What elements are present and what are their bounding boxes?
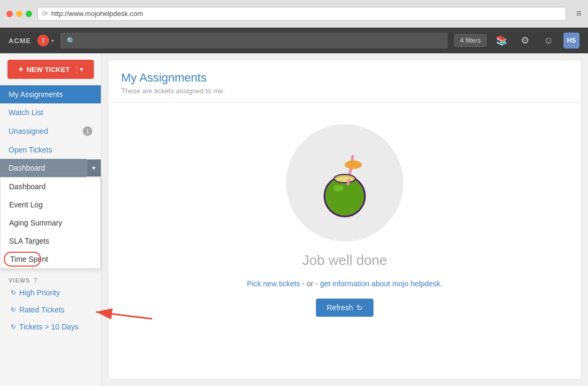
browser-chrome: ⟳ http://www.mojohelpdesk.com ≡ xyxy=(0,0,588,28)
new-ticket-button[interactable]: + NEW TICKET ▾ xyxy=(7,60,94,79)
empty-state-heading: Job well done xyxy=(303,252,387,269)
dashboard-row: Dashboard ▾ xyxy=(0,159,101,177)
views-item-tickets-10-days-label: Tickets > 10 Days xyxy=(19,323,78,331)
content-links: Pick new tickets - or - get information … xyxy=(247,279,443,288)
page-subtitle: These are tickets assigned to me. xyxy=(121,87,568,95)
views-label: VIEWS ? xyxy=(9,276,92,284)
dashboard-chevron-button[interactable]: ▾ xyxy=(86,159,101,176)
svg-point-6 xyxy=(336,176,353,182)
views-item-high-priority[interactable]: ↻ High Priority xyxy=(9,284,92,301)
minimize-dot[interactable] xyxy=(16,11,22,17)
tickets-10-days-icon: ↻ xyxy=(11,323,16,331)
dropdown-item-event-log[interactable]: Event Log xyxy=(1,196,100,214)
coconut-illustration xyxy=(286,124,403,242)
content-area: My Assignments These are tickets assigne… xyxy=(108,60,582,380)
browser-dots xyxy=(6,11,32,17)
refresh-button[interactable]: Refresh ↻ xyxy=(316,299,373,317)
dropdown-item-dashboard[interactable]: Dashboard xyxy=(1,178,100,196)
dropdown-item-sla-targets[interactable]: SLA Targets xyxy=(1,232,100,250)
high-priority-icon: ↻ xyxy=(11,289,16,296)
browser-menu-icon[interactable]: ≡ xyxy=(576,8,582,19)
dropdown-item-aging-summary[interactable]: Aging Summary xyxy=(1,214,100,232)
plus-icon: + xyxy=(18,65,23,74)
sidebar-item-unassigned-label: Unassigned xyxy=(9,127,48,135)
url-text: http://www.mojohelpdesk.com xyxy=(51,10,143,18)
sidebar-item-unassigned[interactable]: Unassigned 1 xyxy=(0,122,101,141)
sidebar: + NEW TICKET ▾ My Assignments Watch List… xyxy=(0,53,101,386)
views-item-rated-tickets-label: Rated Tickets xyxy=(19,305,65,314)
views-section: VIEWS ? ↻ High Priority ↻ Rated Tickets … xyxy=(0,269,101,337)
top-nav: ACME ! ▾ 4 filters 📚 ⚙ ☺ HS xyxy=(0,28,588,53)
pick-tickets-link[interactable]: Pick new tickets xyxy=(247,279,300,288)
brand-label: ACME xyxy=(9,37,31,45)
refresh-icon: ↻ xyxy=(356,303,363,312)
alert-button[interactable]: ! xyxy=(37,35,49,46)
svg-point-4 xyxy=(333,185,344,191)
info-link[interactable]: get information about mojo helpdesk. xyxy=(320,279,443,288)
dropdown-item-time-spent[interactable]: Time Spent xyxy=(1,250,57,268)
filters-button[interactable]: 4 filters xyxy=(454,34,487,47)
svg-line-7 xyxy=(348,180,349,184)
maximize-dot[interactable] xyxy=(26,11,32,17)
url-bar[interactable]: ⟳ http://www.mojohelpdesk.com xyxy=(37,7,566,21)
search-input[interactable] xyxy=(60,33,448,49)
content-header: My Assignments These are tickets assigne… xyxy=(108,60,581,103)
sidebar-item-open-tickets-label: Open Tickets xyxy=(9,146,52,154)
sidebar-item-my-assignments-label: My Assignments xyxy=(9,90,63,99)
alert-chevron-icon[interactable]: ▾ xyxy=(51,38,54,44)
new-ticket-label: NEW TICKET xyxy=(27,66,70,74)
app: ACME ! ▾ 4 filters 📚 ⚙ ☺ HS + NEW TICKET… xyxy=(0,28,588,386)
rated-tickets-icon: ↻ xyxy=(11,306,16,313)
refresh-label: Refresh xyxy=(327,303,353,312)
unassigned-badge: 1 xyxy=(83,126,92,136)
coconut-svg xyxy=(307,146,382,220)
close-dot[interactable] xyxy=(6,11,13,17)
alert-wrapper: ! ▾ xyxy=(37,35,54,46)
settings-icon-button[interactable]: ⚙ xyxy=(517,32,534,49)
sidebar-item-watch-list-label: Watch List xyxy=(9,108,43,117)
books-icon-button[interactable]: 📚 xyxy=(493,32,510,49)
views-item-high-priority-label: High Priority xyxy=(19,288,60,297)
main-layout: + NEW TICKET ▾ My Assignments Watch List… xyxy=(0,53,588,386)
smiley-icon-button[interactable]: ☺ xyxy=(540,32,557,49)
user-avatar[interactable]: HS xyxy=(563,33,579,49)
dashboard-dropdown-menu: Dashboard Event Log Aging Summary SLA Ta… xyxy=(0,177,101,269)
new-ticket-chevron-icon[interactable]: ▾ xyxy=(76,66,83,73)
views-item-tickets-10-days[interactable]: ↻ Tickets > 10 Days xyxy=(9,318,92,335)
page-title: My Assignments xyxy=(121,71,568,85)
sidebar-item-open-tickets[interactable]: Open Tickets xyxy=(0,141,101,159)
url-search-icon: ⟳ xyxy=(42,10,48,18)
sidebar-item-watch-list[interactable]: Watch List xyxy=(0,103,101,122)
sidebar-item-my-assignments[interactable]: My Assignments xyxy=(0,85,101,103)
content-body: Job well done Pick new tickets - or - ge… xyxy=(108,103,581,338)
views-item-rated-tickets[interactable]: ↻ Rated Tickets xyxy=(9,301,92,318)
or-separator: - or - xyxy=(302,279,320,288)
dashboard-button[interactable]: Dashboard xyxy=(0,159,86,177)
views-help-icon[interactable]: ? xyxy=(33,276,38,284)
time-spent-wrapper: Time Spent xyxy=(1,250,100,268)
